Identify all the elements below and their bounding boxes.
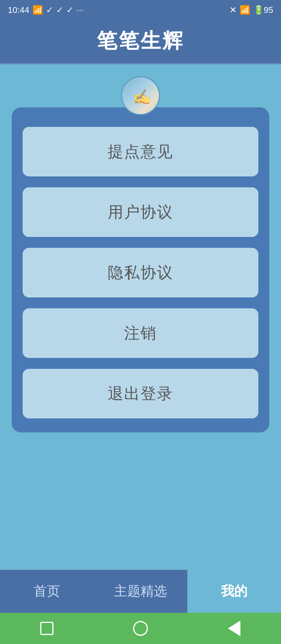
- check-icon-3: ✓: [66, 5, 73, 15]
- circle-icon: [133, 621, 148, 636]
- tab-mine[interactable]: 我的: [187, 570, 281, 613]
- battery-icon: 🔋95: [253, 5, 273, 15]
- privacy-button[interactable]: 隐私协议: [23, 248, 258, 297]
- cancel-account-button[interactable]: 注销: [23, 308, 258, 358]
- status-left: 10:44 📶 ✓ ✓ ✓ ···: [8, 5, 84, 15]
- status-right: ✕ 📶 🔋95: [229, 5, 273, 15]
- dots-icon: ···: [76, 5, 84, 15]
- avatar: [121, 76, 160, 115]
- main-content: 提点意见 用户协议 隐私协议 注销 退出登录: [0, 64, 281, 570]
- app-title: 笔笔生辉: [0, 27, 281, 55]
- menu-card: 提点意见 用户协议 隐私协议 注销 退出登录: [12, 107, 269, 432]
- logout-button[interactable]: 退出登录: [23, 369, 258, 418]
- avatar-image: [122, 77, 160, 115]
- time-display: 10:44: [8, 5, 29, 15]
- check-icon-1: ✓: [46, 5, 53, 15]
- triangle-icon: [228, 621, 240, 636]
- status-bar: 10:44 📶 ✓ ✓ ✓ ··· ✕ 📶 🔋95: [0, 0, 281, 20]
- signal-icon: 📶: [32, 5, 43, 15]
- nav-back-button[interactable]: [226, 621, 242, 636]
- tab-featured[interactable]: 主题精选: [94, 570, 187, 613]
- user-agreement-button[interactable]: 用户协议: [23, 187, 258, 237]
- header: 笔笔生辉: [0, 20, 281, 64]
- nav-home-button[interactable]: [133, 621, 148, 636]
- wifi-icon: 📶: [240, 5, 250, 15]
- check-icon-2: ✓: [56, 5, 63, 15]
- nav-square-button[interactable]: [39, 621, 55, 636]
- tab-home[interactable]: 首页: [0, 570, 94, 613]
- tab-bar: 首页 主题精选 我的: [0, 570, 281, 613]
- square-icon: [40, 622, 53, 635]
- system-nav-bar: [0, 613, 281, 644]
- feedback-button[interactable]: 提点意见: [23, 127, 258, 176]
- x-icon: ✕: [229, 5, 237, 15]
